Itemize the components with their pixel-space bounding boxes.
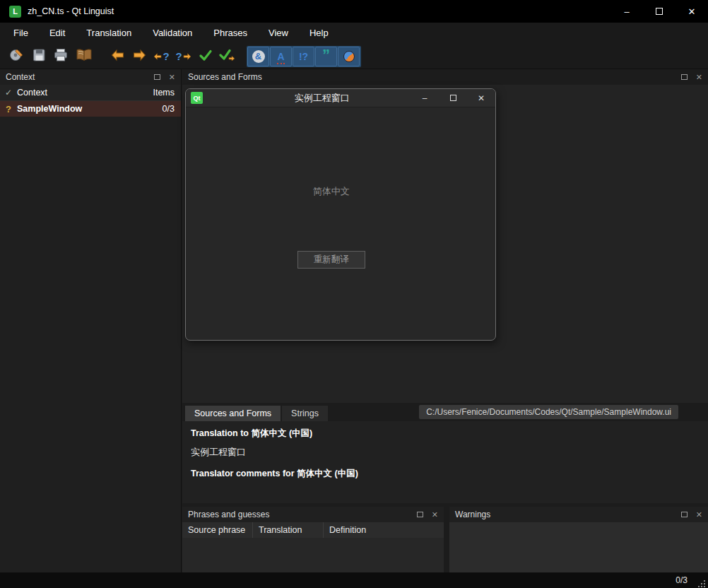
- definition-column-header: Definition: [324, 522, 444, 538]
- preview-maximize-icon: [450, 95, 456, 101]
- warnings-panel: Warnings ✕: [449, 507, 708, 572]
- translation-input[interactable]: 实例工程窗口: [191, 446, 700, 459]
- close-panel-icon[interactable]: ✕: [432, 511, 438, 519]
- tab-sources-and-forms[interactable]: Sources and Forms: [185, 406, 281, 421]
- accelerators-icon: &: [252, 50, 265, 63]
- app-icon: L: [9, 6, 21, 18]
- next-arrow-icon: [132, 48, 147, 65]
- punctuation-icon: !?: [299, 50, 308, 63]
- float-panel-icon[interactable]: [681, 512, 688, 517]
- menu-validation[interactable]: Validation: [142, 23, 203, 44]
- toolbar-separator: [97, 47, 107, 66]
- preview-window-controls: – ✕: [411, 89, 495, 107]
- source-phrase-column-header: Source phrase: [182, 522, 253, 538]
- phrasebook-button[interactable]: [71, 47, 97, 66]
- menubar: File Edit Translation Validation Phrases…: [0, 23, 708, 44]
- phrases-table-body: [182, 538, 444, 572]
- print-button[interactable]: [49, 47, 71, 66]
- float-panel-icon[interactable]: [154, 74, 160, 80]
- phrases-panel-titlebar: Phrases and guesses ✕: [182, 507, 444, 522]
- float-panel-icon[interactable]: [681, 74, 688, 80]
- validation-toggle-group: & A !? ”: [247, 46, 361, 67]
- items-column-header: Items: [153, 88, 181, 98]
- close-button[interactable]: ✕: [675, 0, 708, 23]
- place-markers-toggle[interactable]: [338, 47, 360, 66]
- menu-file[interactable]: File: [3, 23, 39, 44]
- prev-unfinished-button[interactable]: ?: [151, 47, 172, 66]
- translator-comments-label: Translator comments for 简体中文 (中国): [191, 468, 700, 480]
- menu-phrases[interactable]: Phrases: [203, 23, 258, 44]
- context-row-name: SampleWindow: [17, 104, 163, 114]
- preview-text-label: 简体中文: [313, 185, 350, 198]
- preview-minimize-button: –: [411, 89, 439, 107]
- next-unfinished-icon: ?: [175, 51, 191, 61]
- maximize-button[interactable]: [643, 0, 675, 23]
- done-and-next-button[interactable]: [194, 47, 216, 66]
- resize-grip[interactable]: [697, 577, 706, 587]
- phrases-table-header: Source phrase Translation Definition: [182, 522, 444, 538]
- window-title: zh_CN.ts - Qt Linguist: [28, 6, 114, 16]
- close-panel-icon[interactable]: ✕: [696, 74, 702, 81]
- menu-edit[interactable]: Edit: [39, 23, 76, 44]
- phrase-matches-toggle[interactable]: ”: [315, 47, 337, 66]
- window-controls: – ✕: [610, 0, 708, 23]
- done-and-next-alt-icon: [219, 48, 235, 64]
- source-file-path: C:/Users/Fenice/Documents/Codes/Qt/Sampl…: [419, 405, 678, 419]
- next-button[interactable]: [129, 47, 151, 66]
- preview-retranslate-button: 重新翻译: [297, 251, 365, 269]
- done-and-next-alt-button[interactable]: [216, 47, 238, 66]
- sources-panel-titlebar: Sources and Forms ✕: [182, 69, 708, 85]
- phrases-panel: Phrases and guesses ✕ Source phrase Tran…: [182, 507, 444, 572]
- float-panel-icon[interactable]: [417, 512, 423, 517]
- preview-body: 简体中文 重新翻译: [186, 107, 495, 340]
- next-unfinished-button[interactable]: ?: [172, 47, 194, 66]
- unfinished-status-icon: ?: [6, 104, 11, 114]
- preview-maximize-button: [439, 89, 467, 107]
- context-panel: Context ✕ ✓ Context Items ? SampleWindow…: [0, 69, 182, 572]
- translation-to-label: Translation to 简体中文 (中国): [191, 428, 700, 440]
- sources-panel-title: Sources and Forms: [188, 72, 262, 82]
- form-preview-window: Qt 实例工程窗口 – ✕ 简体中文 重新翻译: [185, 88, 496, 341]
- open-button[interactable]: [6, 47, 28, 66]
- context-panel-title: Context: [6, 72, 35, 82]
- punctuation-toggle[interactable]: !?: [293, 47, 314, 66]
- prev-button[interactable]: [107, 47, 129, 66]
- prev-unfinished-icon: ?: [153, 51, 169, 61]
- qt-logo-icon: Qt: [191, 92, 203, 104]
- translation-progress-counter: 0/3: [675, 575, 697, 585]
- tab-strings[interactable]: Strings: [282, 406, 328, 421]
- maximize-icon: [656, 8, 663, 15]
- translation-column-header: Translation: [253, 522, 324, 538]
- whitespace-toggle[interactable]: A: [270, 47, 292, 66]
- sources-content: Qt 实例工程窗口 – ✕ 简体中文 重新翻译: [182, 85, 708, 403]
- open-icon: [9, 48, 25, 65]
- warnings-body: [449, 522, 708, 572]
- save-button[interactable]: [28, 47, 49, 66]
- minimize-button[interactable]: –: [610, 0, 643, 23]
- done-column-icon: ✓: [5, 88, 12, 98]
- phrasebook-icon: [75, 48, 93, 65]
- save-icon: [32, 48, 46, 65]
- context-column-header: Context: [17, 88, 153, 98]
- warnings-panel-titlebar: Warnings ✕: [449, 507, 708, 522]
- print-icon: [53, 48, 69, 65]
- translation-editor: Translation to 简体中文 (中国) 实例工程窗口 Translat…: [182, 421, 708, 503]
- whitespace-icon: A: [277, 50, 284, 63]
- menu-translation[interactable]: Translation: [76, 23, 142, 44]
- close-panel-icon[interactable]: ✕: [169, 74, 175, 81]
- context-row-samplewindow[interactable]: ? SampleWindow 0/3: [0, 101, 181, 117]
- phrase-matches-icon: ”: [322, 50, 330, 63]
- sources-tabs-row: Sources and Forms Strings C:/Users/Fenic…: [182, 403, 708, 421]
- translator-comments-input[interactable]: [191, 480, 700, 500]
- warnings-panel-title: Warnings: [455, 510, 490, 519]
- close-panel-icon[interactable]: ✕: [696, 511, 702, 519]
- accelerators-toggle[interactable]: &: [247, 47, 269, 66]
- preview-close-button: ✕: [467, 89, 495, 107]
- context-table-header: ✓ Context Items: [0, 85, 181, 101]
- menu-help[interactable]: Help: [299, 23, 339, 44]
- statusbar: 0/3: [0, 572, 708, 588]
- context-panel-titlebar: Context ✕: [0, 69, 181, 85]
- done-and-next-icon: [199, 49, 213, 64]
- place-markers-icon: [343, 51, 355, 62]
- menu-view[interactable]: View: [258, 23, 299, 44]
